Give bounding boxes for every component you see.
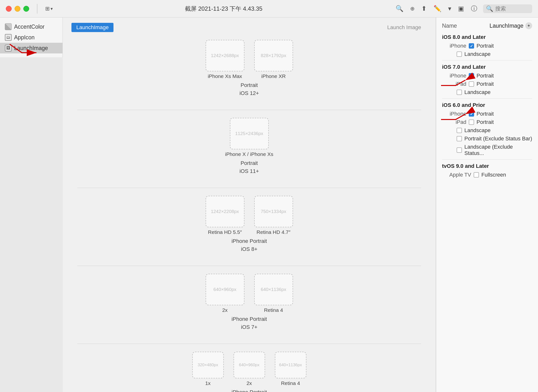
image-placeholder[interactable]: 640×1136px [254, 274, 293, 305]
image-placeholder[interactable]: 828×1792px [254, 40, 293, 71]
ios6-ipad-landscape-no-status-label: Landscape (Exclude Status... [464, 144, 532, 156]
tvos9-appletv-fullscreen-checkbox[interactable] [474, 172, 479, 178]
ios8-iphone-landscape-row: Landscape [457, 51, 532, 57]
image-row: 1242×2208px Retina HD 5.5″ 750×1334px Re… [72, 196, 426, 235]
ios7-ipad-portrait-checkbox[interactable] [469, 81, 474, 87]
name-label: Name [442, 23, 457, 29]
minimize-button[interactable] [15, 6, 20, 12]
search-bar[interactable]: 🔍 [483, 4, 532, 13]
ios6-ipad-portrait-no-status-checkbox[interactable] [457, 136, 462, 141]
ios6-ipad-landscape-no-status-row: Landscape (Exclude Status... [457, 144, 532, 156]
zoom-out-icon[interactable]: 🔍 [395, 4, 404, 13]
image-label: 640×1136px [279, 363, 302, 367]
zoom-in-icon[interactable]: ⊕ [409, 5, 416, 13]
ios6-iphone-portrait-label: Portrait [477, 111, 494, 117]
image-name: Retina HD 5.5″ [208, 229, 242, 235]
image-placeholder[interactable]: 640×960px [206, 274, 244, 305]
ios6-iphone-portrait-checkbox[interactable] [469, 111, 474, 117]
ios8-section-title: iOS 8.0 and Later [442, 34, 532, 40]
ios6-ipad-landscape-row: Landscape [457, 127, 532, 134]
ios7-ipad-landscape-row: Landscape [457, 89, 532, 95]
section-divider [77, 110, 421, 110]
image-placeholder[interactable]: 640×960px [234, 352, 265, 378]
ios7-iphone-label: iPhone [447, 73, 466, 79]
ios7-ipad-landscape-checkbox[interactable] [457, 90, 462, 95]
ios6-iphone-label: iPhone [447, 111, 466, 117]
image-row: 320×480px 1x 640×960px 2x 640×1136px Ret… [72, 352, 426, 386]
window-layout-button[interactable]: ⊞ ▾ [45, 6, 53, 12]
image-row: 1125×2436px iPhone X / iPhone Xs [72, 118, 426, 157]
image-name: Retina 4 [264, 307, 283, 313]
info-icon[interactable]: ⓘ [470, 3, 478, 14]
image-placeholder[interactable]: 1242×2688px [206, 40, 244, 71]
right-panel: Name LaunchImage + iOS 8.0 and Later iPh… [436, 17, 538, 392]
ios8-iphone-portrait-label: Portrait [477, 43, 494, 49]
image-name: Retina 4 [281, 380, 300, 386]
view-icon[interactable]: ▣ [457, 4, 465, 13]
ios6-section-title: iOS 6.0 and Prior [442, 102, 532, 108]
traffic-lights [6, 6, 29, 12]
sidebar-item-accent-color[interactable]: AccentColor [0, 21, 62, 32]
launchimage-icon: 🖼 [5, 45, 12, 51]
image-name: Retina HD 4.7″ [257, 229, 290, 235]
name-info-button[interactable]: + [525, 22, 532, 29]
sidebar-item-appicon[interactable]: 🗂 AppIcon [0, 32, 62, 43]
maximize-button[interactable] [23, 6, 29, 12]
ios6-ipad-portrait-no-status-label: Portrait (Exclude Status Bar) [464, 136, 532, 142]
ios6-ipad-landscape-no-status-checkbox[interactable] [457, 147, 462, 153]
image-label: 640×1136px [261, 287, 286, 292]
section-ios7-portrait: 640×960px 2x 640×1136px Retina 4 iPhone … [63, 269, 436, 341]
ios8-iphone-landscape-label: Landscape [464, 51, 491, 57]
image-label: 828×1792px [261, 53, 286, 58]
ios7-ipad-landscape-label: Landscape [464, 89, 491, 95]
search-input[interactable] [495, 6, 529, 12]
ios6-ipad-landscape-checkbox[interactable] [457, 128, 462, 133]
image-label: 640×960px [213, 287, 236, 292]
ios8-iphone-label: iPhone [447, 43, 466, 49]
titlebar-divider [37, 4, 37, 14]
chevron-down-icon[interactable]: ▾ [447, 4, 452, 13]
section-divider [77, 188, 421, 188]
ios8-divider [442, 60, 532, 60]
ios6-divider [442, 159, 532, 160]
chevron-down-icon: ▾ [51, 6, 53, 11]
edit-icon[interactable]: ✏️ [433, 4, 442, 13]
main-header-label: Launch Image [378, 23, 431, 32]
section-ios56-portrait: 320×480px 1x 640×960px 2x 640×1136px Ret… [63, 347, 436, 392]
image-name: iPhone X / iPhone Xs [225, 151, 273, 157]
ios7-section-title: iOS 7.0 and Later [442, 64, 532, 70]
section-caption: PortraitiOS 11+ [72, 159, 426, 175]
tvos9-appletv-label: Apple TV [447, 172, 471, 178]
image-placeholder[interactable]: 1125×2436px [230, 118, 269, 149]
launch-image-tab[interactable]: LaunchImage [71, 23, 113, 32]
sidebar-wrapper: AccentColor 🗂 AppIcon 🖼 LaunchImage [0, 17, 63, 392]
image-name: iPhone Xs Max [208, 73, 242, 79]
ios7-ipad-portrait-row: iPad Portrait [447, 81, 532, 87]
image-name: 2x [222, 307, 227, 313]
image-name: iPhone XR [261, 73, 286, 79]
sidebar: AccentColor 🗂 AppIcon 🖼 LaunchImage [0, 17, 63, 57]
image-label: 750×1334px [261, 209, 286, 214]
image-placeholder[interactable]: 750×1334px [254, 196, 293, 227]
sidebar-item-launchimage[interactable]: 🖼 LaunchImage [0, 43, 62, 53]
section-caption: iPhone PortraitiOS 7+ [72, 315, 426, 331]
section-caption: iPhone PortraitiOS 8+ [72, 237, 426, 253]
panel-name-row: Name LaunchImage + [442, 22, 532, 29]
ios8-iphone-landscape-checkbox[interactable] [457, 51, 462, 57]
search-icon: 🔍 [486, 5, 493, 12]
ios7-iphone-portrait-row: iPhone Portrait [447, 73, 532, 79]
tvos9-appletv-fullscreen-label: Fullscreen [481, 172, 506, 178]
ios6-ipad-portrait-checkbox[interactable] [469, 119, 474, 125]
image-placeholder[interactable]: 320×480px [192, 352, 224, 378]
image-placeholder[interactable]: 640×1136px [275, 352, 306, 378]
share-icon[interactable]: ⬆ [420, 4, 428, 13]
ios6-ipad-portrait-row: iPad Portrait [447, 119, 532, 125]
image-placeholder[interactable]: 1242×2208px [206, 196, 244, 227]
image-label: 1242×2688px [211, 53, 239, 58]
ios8-iphone-portrait-checkbox[interactable] [469, 43, 474, 49]
center-area: LaunchImage Launch Image 1242×2688px iPh… [63, 17, 436, 392]
image-label: 1242×2208px [211, 209, 239, 214]
close-button[interactable] [6, 6, 12, 12]
ios7-iphone-portrait-checkbox[interactable] [469, 73, 474, 78]
section-iphone-xs: 1242×2688px iPhone Xs Max 828×1792px iPh… [63, 35, 436, 107]
